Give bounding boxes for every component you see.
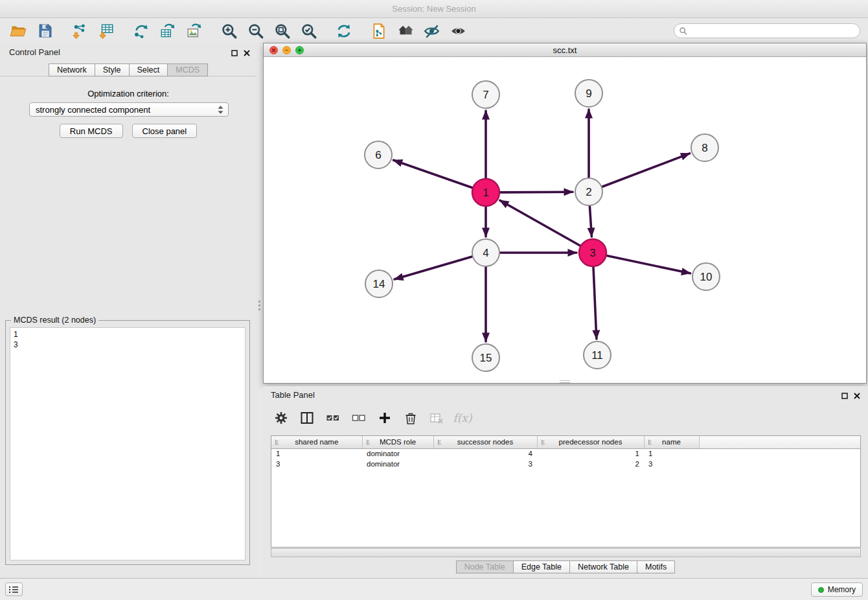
export-table-button[interactable] xyxy=(157,21,178,41)
zoom-fit-button[interactable] xyxy=(272,21,293,41)
tab-style[interactable]: Style xyxy=(95,63,130,76)
delete-table-button[interactable] xyxy=(429,410,444,426)
mcds-result-list[interactable]: 13 xyxy=(10,327,246,560)
window-zoom-button[interactable] xyxy=(295,46,304,54)
cell-successor-nodes[interactable]: 4 xyxy=(433,448,537,459)
cell-mcds-role[interactable]: dominator xyxy=(362,448,433,459)
search-box[interactable] xyxy=(674,23,860,38)
float-panel-button[interactable] xyxy=(231,47,238,59)
zoom-out-button[interactable] xyxy=(246,21,266,41)
column-header-shared-name[interactable]: shared name xyxy=(271,436,362,448)
cell-name[interactable]: 3 xyxy=(644,459,699,469)
network-canvas[interactable]: 7968124314101511 xyxy=(264,57,866,383)
export-image-button[interactable] xyxy=(184,21,205,41)
column-visibility-button[interactable] xyxy=(299,410,315,426)
save-session-button[interactable] xyxy=(34,21,55,41)
edge-4-14[interactable] xyxy=(394,257,472,279)
cell-successor-nodes[interactable]: 3 xyxy=(433,459,537,469)
window-resize-grip[interactable] xyxy=(560,380,570,383)
table-row[interactable]: 3dominator323 xyxy=(271,459,860,469)
tab-network-table[interactable]: Network Table xyxy=(569,560,637,573)
show-hide-style-button[interactable] xyxy=(422,21,442,41)
column-header-name[interactable]: name xyxy=(644,436,699,448)
select-all-button[interactable] xyxy=(325,410,341,426)
run-mcds-button[interactable]: Run MCDS xyxy=(60,124,123,138)
edge-1-2[interactable] xyxy=(500,192,573,192)
vertical-splitter[interactable] xyxy=(257,43,263,578)
float-icon xyxy=(841,393,848,399)
edge-1-6[interactable] xyxy=(394,160,473,188)
graph-node-6[interactable]: 6 xyxy=(365,141,392,168)
optimization-criterion-select[interactable]: strongly connected component xyxy=(29,102,229,117)
gear-icon xyxy=(274,411,288,425)
export-table-icon xyxy=(159,23,176,40)
edge-3-11[interactable] xyxy=(593,267,597,339)
show-hide-view-button[interactable] xyxy=(448,21,469,41)
graph-node-4[interactable]: 4 xyxy=(472,239,499,266)
close-table-panel-button[interactable] xyxy=(854,390,860,402)
deselect-all-button[interactable] xyxy=(351,410,367,426)
network-window-titlebar[interactable]: scc.txt xyxy=(264,43,866,57)
tab-mcds[interactable]: MCDS xyxy=(167,63,208,76)
table-panel: Table Panel xyxy=(263,386,868,577)
column-header-predecessor-nodes[interactable]: predecessor nodes xyxy=(537,436,644,448)
result-line: 3 xyxy=(14,340,242,350)
tab-node-table[interactable]: Node Table xyxy=(456,560,514,573)
close-panel-button[interactable] xyxy=(244,47,250,59)
cell-name[interactable]: 1 xyxy=(644,448,699,459)
show-task-history-button[interactable] xyxy=(5,583,23,596)
graph-node-10[interactable]: 10 xyxy=(692,263,720,290)
cell-shared-name[interactable]: 3 xyxy=(271,459,362,469)
export-network-button[interactable] xyxy=(131,21,152,41)
home-button[interactable] xyxy=(395,21,416,41)
edge-2-8[interactable] xyxy=(602,154,690,187)
import-table-button[interactable] xyxy=(96,21,117,41)
delete-table-icon xyxy=(429,411,444,425)
graphics-details-button[interactable] xyxy=(369,21,389,41)
optimization-criterion-label: Optimization criterion: xyxy=(0,89,257,98)
cell-predecessor-nodes[interactable]: 2 xyxy=(537,459,644,469)
graph-node-3[interactable]: 3 xyxy=(579,239,606,266)
window-minimize-button[interactable] xyxy=(282,46,291,54)
import-network-button[interactable] xyxy=(69,21,90,41)
horizontal-scrollbar[interactable] xyxy=(271,548,861,557)
edge-2-3[interactable] xyxy=(589,206,591,237)
edge-3-10[interactable] xyxy=(607,256,691,273)
window-close-button[interactable] xyxy=(269,46,278,54)
column-header-successor-nodes[interactable]: successor nodes xyxy=(433,436,537,448)
search-input[interactable] xyxy=(691,27,855,36)
add-column-button[interactable] xyxy=(377,410,393,426)
graph-node-15[interactable]: 15 xyxy=(472,344,499,371)
open-folder-icon xyxy=(10,23,27,40)
tab-motifs[interactable]: Motifs xyxy=(637,560,675,573)
float-table-panel-button[interactable] xyxy=(841,390,848,402)
optimization-criterion-value: strongly connected component xyxy=(36,105,217,115)
tab-network[interactable]: Network xyxy=(49,63,95,76)
graph-node-1[interactable]: 1 xyxy=(472,179,499,206)
zoom-selected-button[interactable] xyxy=(299,21,319,41)
graph-node-8[interactable]: 8 xyxy=(691,134,718,161)
graph-node-7[interactable]: 7 xyxy=(472,81,499,108)
graph-node-9[interactable]: 9 xyxy=(575,80,602,107)
table-settings-button[interactable] xyxy=(273,410,289,426)
table-row[interactable]: 1dominator411 xyxy=(271,448,860,459)
edge-3-1[interactable] xyxy=(500,200,580,246)
close-panel-action-button[interactable]: Close panel xyxy=(132,124,198,138)
cell-shared-name[interactable]: 1 xyxy=(271,448,362,459)
graph-node-2[interactable]: 2 xyxy=(575,178,602,205)
cell-mcds-role[interactable]: dominator xyxy=(362,459,433,469)
graph-node-11[interactable]: 11 xyxy=(584,341,611,369)
tab-select[interactable]: Select xyxy=(129,63,168,76)
zoom-in-button[interactable] xyxy=(219,21,240,41)
graph-node-14[interactable]: 14 xyxy=(365,270,393,297)
delete-column-button[interactable] xyxy=(403,410,418,426)
cell-predecessor-nodes[interactable]: 1 xyxy=(537,448,644,459)
tab-edge-table[interactable]: Edge Table xyxy=(513,560,570,573)
refresh-view-button[interactable] xyxy=(334,21,354,41)
memory-button[interactable]: Memory xyxy=(811,583,863,597)
function-builder-button[interactable]: f(x) xyxy=(455,410,470,426)
memory-status-icon xyxy=(818,587,824,593)
open-file-button[interactable] xyxy=(8,21,29,41)
node-label: 7 xyxy=(483,89,488,101)
column-header-mcds-role[interactable]: MCDS role xyxy=(362,436,433,448)
